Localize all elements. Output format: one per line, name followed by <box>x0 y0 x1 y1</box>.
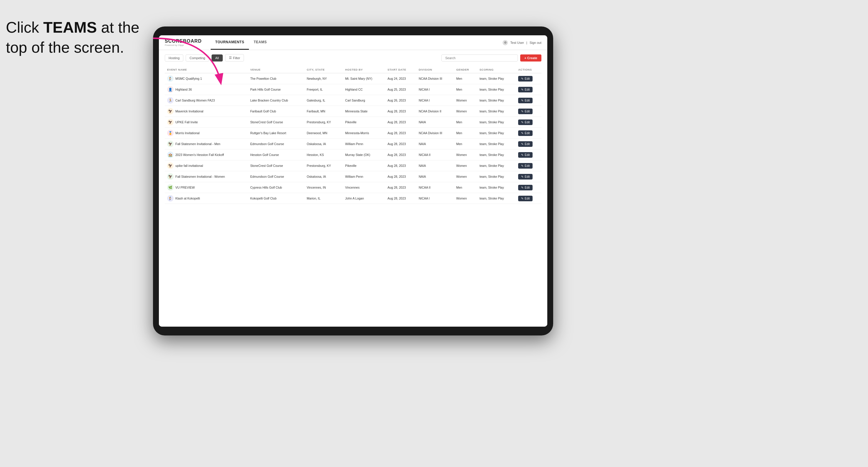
edit-button[interactable]: Edit <box>518 196 533 201</box>
edit-button[interactable]: Edit <box>518 163 533 168</box>
col-gender: GENDER <box>454 66 477 73</box>
table-row: 🏌 Klash at Kokopelli Kokopelli Golf Club… <box>165 193 541 204</box>
cell-start-date: Aug 28, 2023 <box>385 182 416 193</box>
event-icon: 🌿 <box>167 184 174 191</box>
edit-button[interactable]: Edit <box>518 108 533 114</box>
table-row: 🏃 Carl Sandburg Women FA23 Lake Bracken … <box>165 95 541 106</box>
event-icon: 🏃 <box>167 97 174 103</box>
cell-gender: Women <box>454 106 477 117</box>
cell-division: NICAA I <box>416 95 454 106</box>
cell-actions: Edit <box>516 84 541 95</box>
app-logo: SCOREBOARD <box>165 38 202 44</box>
cell-event-name: 🦅 Fall Statesmen Invitational - Women <box>165 171 248 182</box>
cell-gender: Men <box>454 84 477 95</box>
content-area: Hosting Competing All ☰ Filter + Create … <box>159 50 547 326</box>
cell-venue: StoneCrest Golf Course <box>248 160 304 171</box>
cell-gender: Men <box>454 73 477 84</box>
edit-button[interactable]: Edit <box>518 130 533 136</box>
hosting-filter-btn[interactable]: Hosting <box>165 55 183 62</box>
cell-division: NICAA II <box>416 182 454 193</box>
tablet-frame: SCOREBOARD Powered by Clippi TOURNAMENTS… <box>153 27 553 336</box>
table-row: 🏫 2023 Women's Hesston Fall Kickoff Hess… <box>165 150 541 160</box>
event-name-text: 2023 Women's Hesston Fall Kickoff <box>175 153 224 157</box>
separator: | <box>526 41 527 44</box>
event-name-text: Fall Statesmen Invitational - Men <box>175 142 220 146</box>
table-row: 🌿 VU PREVIEW Cypress Hills Golf Club Vin… <box>165 182 541 193</box>
instruction-text: Click TEAMS at thetop of the screen. <box>6 18 140 57</box>
cell-division: NCAA Division II <box>416 106 454 117</box>
cell-venue: Park Hills Golf Course <box>248 84 304 95</box>
table-row: 🦅 Maverick Invitational Faribault Golf C… <box>165 106 541 117</box>
cell-scoring: team, Stroke Play <box>477 106 516 117</box>
cell-scoring: team, Stroke Play <box>477 182 516 193</box>
event-name-text: Maverick Invitational <box>175 110 203 113</box>
cell-venue: StoneCrest Golf Course <box>248 117 304 128</box>
edit-button[interactable]: Edit <box>518 185 533 190</box>
cell-venue: Edmundson Golf Course <box>248 171 304 182</box>
filter-bar: Hosting Competing All ☰ Filter + Create <box>165 54 541 62</box>
cell-start-date: Aug 28, 2023 <box>385 150 416 160</box>
cell-venue: Hesston Golf Course <box>248 150 304 160</box>
cell-venue: Lake Bracken Country Club <box>248 95 304 106</box>
cell-city-state: Faribault, MN <box>304 106 343 117</box>
event-icon: 🦅 <box>167 108 174 115</box>
edit-button[interactable]: Edit <box>518 87 533 92</box>
edit-button[interactable]: Edit <box>518 152 533 158</box>
search-input[interactable] <box>441 55 518 62</box>
edit-button[interactable]: Edit <box>518 76 533 82</box>
edit-button[interactable]: Edit <box>518 141 533 147</box>
cell-actions: Edit <box>516 150 541 160</box>
filter-icon-btn[interactable]: ☰ Filter <box>225 54 244 62</box>
cell-scoring: team, Stroke Play <box>477 117 516 128</box>
event-name-text: Highland 36 <box>175 88 192 91</box>
table-header: EVENT NAME VENUE CITY, STATE HOSTED BY S… <box>165 66 541 73</box>
cell-gender: Women <box>454 95 477 106</box>
cell-venue: Faribault Golf Club <box>248 106 304 117</box>
event-icon: 👤 <box>167 86 174 93</box>
cell-event-name: 🦅 Maverick Invitational <box>165 106 248 117</box>
cell-start-date: Aug 28, 2023 <box>385 171 416 182</box>
create-button[interactable]: + Create <box>520 55 541 62</box>
logo-area: SCOREBOARD Powered by Clippi <box>165 38 202 46</box>
cell-city-state: Galesburg, IL <box>304 95 343 106</box>
cell-event-name: 🏌 Klash at Kokopelli <box>165 193 248 204</box>
cell-hosted-by: Minnesota-Morris <box>343 128 385 138</box>
tournaments-table: EVENT NAME VENUE CITY, STATE HOSTED BY S… <box>165 66 541 204</box>
cell-event-name: 🌿 VU PREVIEW <box>165 182 248 193</box>
tablet-screen: SCOREBOARD Powered by Clippi TOURNAMENTS… <box>159 35 547 326</box>
cell-hosted-by: Mt. Saint Mary (NY) <box>343 73 385 84</box>
cell-start-date: Aug 28, 2023 <box>385 106 416 117</box>
tab-teams[interactable]: TEAMS <box>249 35 272 50</box>
tab-tournaments[interactable]: TOURNAMENTS <box>211 35 249 50</box>
event-name-text: MSMC Qualifying 1 <box>175 77 202 80</box>
cell-scoring: team, Stroke Play <box>477 150 516 160</box>
cell-division: NICAA I <box>416 193 454 204</box>
cell-scoring: team, Stroke Play <box>477 84 516 95</box>
competing-filter-btn[interactable]: Competing <box>186 55 209 62</box>
event-name-text: Morris Invitational <box>175 131 199 135</box>
col-event-name: EVENT NAME <box>165 66 248 73</box>
gear-icon[interactable]: ⚙ <box>502 40 508 45</box>
cell-hosted-by: William Penn <box>343 171 385 182</box>
cell-start-date: Aug 28, 2023 <box>385 117 416 128</box>
event-icon: 🦅 <box>167 162 174 169</box>
cell-event-name: 🏅 Morris Invitational <box>165 128 248 138</box>
cell-scoring: team, Stroke Play <box>477 160 516 171</box>
event-name-text: UPKE Fall Invite <box>175 120 198 124</box>
cell-scoring: team, Stroke Play <box>477 73 516 84</box>
edit-button[interactable]: Edit <box>518 120 533 125</box>
cell-actions: Edit <box>516 160 541 171</box>
col-hosted-by: HOSTED BY <box>343 66 385 73</box>
app-logo-sub: Powered by Clippi <box>165 44 202 46</box>
cell-event-name: 👤 Highland 36 <box>165 84 248 95</box>
cell-hosted-by: Pikeville <box>343 117 385 128</box>
cell-city-state: Newburgh, NY <box>304 73 343 84</box>
all-filter-btn[interactable]: All <box>212 55 223 62</box>
instruction-bold: TEAMS <box>43 19 97 36</box>
event-name-text: upike fall invitational <box>175 164 203 167</box>
event-icon: 🏌 <box>167 195 174 201</box>
signout-link[interactable]: Sign out <box>530 41 541 44</box>
edit-button[interactable]: Edit <box>518 174 533 180</box>
edit-button[interactable]: Edit <box>518 98 533 103</box>
cell-event-name: 🦅 upike fall invitational <box>165 160 248 171</box>
